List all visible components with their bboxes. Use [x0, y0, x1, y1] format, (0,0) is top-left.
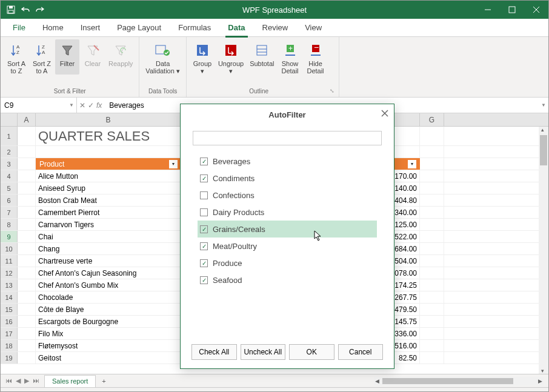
cell[interactable]: Filo Mix	[36, 328, 181, 339]
fx-button[interactable]: fx	[96, 101, 102, 110]
vertical-scrollbar[interactable]	[539, 127, 548, 374]
cell[interactable]	[36, 146, 181, 158]
minimize-button[interactable]	[476, 1, 500, 19]
hide-detail-button[interactable]: −Hide Detail	[304, 39, 328, 75]
ribbon-tab-formulas[interactable]: Formulas	[170, 19, 219, 37]
filter-item[interactable]: Confections	[198, 187, 377, 204]
cell[interactable]	[420, 158, 444, 170]
row-header[interactable]: 12	[1, 267, 18, 279]
cell[interactable]: Camembert Pierrot	[36, 207, 181, 218]
checkbox[interactable]: ✓	[200, 259, 208, 267]
ok-button[interactable]: OK	[289, 344, 334, 360]
row-header[interactable]: 1	[1, 127, 18, 145]
select-all-corner[interactable]	[1, 113, 18, 126]
cell[interactable]: Chartreuse verte	[36, 255, 181, 267]
cell[interactable]	[18, 304, 36, 315]
filter-item[interactable]: ✓Produce	[198, 254, 377, 271]
ribbon-tab-review[interactable]: Review	[254, 19, 297, 37]
first-sheet-button[interactable]: ⏮	[5, 377, 12, 385]
row-header[interactable]: 15	[1, 304, 18, 315]
cell[interactable]	[18, 219, 36, 230]
cell[interactable]	[18, 182, 36, 194]
sheet-tab[interactable]: Sales report	[44, 375, 96, 387]
cell[interactable]: Chang	[36, 243, 181, 254]
cell[interactable]	[420, 231, 444, 242]
cell[interactable]: Chef Anton's Gumbo Mix	[36, 279, 181, 291]
row-header[interactable]: 18	[1, 340, 18, 351]
expand-formula-icon[interactable]: ▼	[541, 102, 546, 108]
filter-button[interactable]: Filter	[55, 39, 79, 75]
show-detail-button[interactable]: +Show Detail	[278, 39, 302, 75]
prev-sheet-button[interactable]: ◀	[16, 377, 21, 385]
redo-button[interactable]	[33, 3, 47, 16]
cell[interactable]: Chai	[36, 231, 181, 242]
filter-dropdown-icon[interactable]: ▾	[169, 160, 178, 168]
reapply-filter-button[interactable]: Reapply	[106, 39, 135, 75]
column-header[interactable]: A	[18, 113, 36, 126]
column-header[interactable]: G	[420, 113, 444, 126]
cell[interactable]	[420, 207, 444, 218]
cancel-formula-button[interactable]: ✕	[79, 101, 85, 110]
cell[interactable]: Chocolade	[36, 291, 181, 303]
cell[interactable]	[420, 194, 444, 206]
uncheck-all-button[interactable]: Uncheck All	[241, 344, 286, 360]
cell[interactable]	[18, 267, 36, 279]
filter-item[interactable]: ✓Seafood	[198, 271, 377, 288]
ribbon-tab-data[interactable]: Data	[219, 19, 253, 37]
cell[interactable]	[420, 328, 444, 339]
filter-item[interactable]: ✓Beverages	[198, 153, 377, 170]
name-box[interactable]: C9▼	[1, 98, 77, 113]
checkbox[interactable]: ✓	[200, 276, 208, 284]
checkbox[interactable]	[200, 208, 208, 216]
sort-asc-button[interactable]: AZSort A to Z	[4, 39, 28, 75]
table-header-cell[interactable]: Product▾	[36, 158, 181, 170]
cell[interactable]	[18, 316, 36, 327]
row-header[interactable]: 9	[1, 231, 18, 242]
cell[interactable]: Côte de Blaye	[36, 304, 181, 315]
cell[interactable]	[420, 352, 444, 364]
check-all-button[interactable]: Check All	[191, 344, 237, 360]
row-header[interactable]: 10	[1, 243, 18, 254]
cell[interactable]: Chef Anton's Cajun Seasoning	[36, 267, 181, 279]
cell[interactable]: Fløtemysost	[36, 340, 181, 351]
cell[interactable]: Geitost	[36, 352, 181, 364]
next-sheet-button[interactable]: ▶	[24, 377, 29, 385]
checkbox[interactable]	[200, 191, 208, 199]
cell[interactable]	[420, 267, 444, 279]
dialog-title-bar[interactable]: AutoFilter	[181, 104, 394, 125]
last-sheet-button[interactable]: ⏭	[33, 377, 39, 385]
row-header[interactable]: 19	[1, 352, 18, 364]
cell[interactable]: Carnarvon Tigers	[36, 219, 181, 230]
checkbox[interactable]: ✓	[200, 242, 208, 250]
filter-item[interactable]: ✓Meat/Poultry	[198, 238, 377, 254]
data-validation-button[interactable]: Data Validation ▾	[143, 39, 182, 75]
cell[interactable]	[18, 328, 36, 339]
cell[interactable]	[18, 352, 36, 364]
checkbox[interactable]: ✓	[200, 225, 208, 233]
row-header[interactable]: 14	[1, 291, 18, 303]
sort-desc-button[interactable]: ZASort Z to A	[30, 39, 54, 75]
cell[interactable]	[420, 316, 444, 327]
add-sheet-button[interactable]: +	[96, 377, 111, 385]
cell[interactable]	[18, 158, 36, 170]
cell[interactable]	[420, 340, 444, 351]
cell[interactable]	[18, 127, 36, 145]
ribbon-tab-file[interactable]: File	[4, 19, 34, 37]
filter-item[interactable]: Dairy Products	[198, 204, 377, 221]
cancel-button[interactable]: Cancel	[338, 344, 384, 360]
filter-dropdown-icon[interactable]: ▾	[408, 160, 416, 168]
ribbon-tab-view[interactable]: View	[296, 19, 330, 37]
row-header[interactable]: 13	[1, 279, 18, 291]
cell[interactable]	[18, 279, 36, 291]
ribbon-tab-home[interactable]: Home	[34, 19, 72, 37]
cell[interactable]	[420, 219, 444, 230]
undo-button[interactable]	[19, 3, 32, 16]
cell[interactable]	[420, 255, 444, 267]
cell[interactable]	[18, 207, 36, 218]
row-header[interactable]: 4	[1, 170, 18, 182]
accept-formula-button[interactable]: ✓	[88, 101, 94, 110]
row-header[interactable]: 11	[1, 255, 18, 267]
cell[interactable]	[420, 170, 444, 182]
maximize-button[interactable]	[500, 1, 524, 19]
cell[interactable]	[18, 291, 36, 303]
